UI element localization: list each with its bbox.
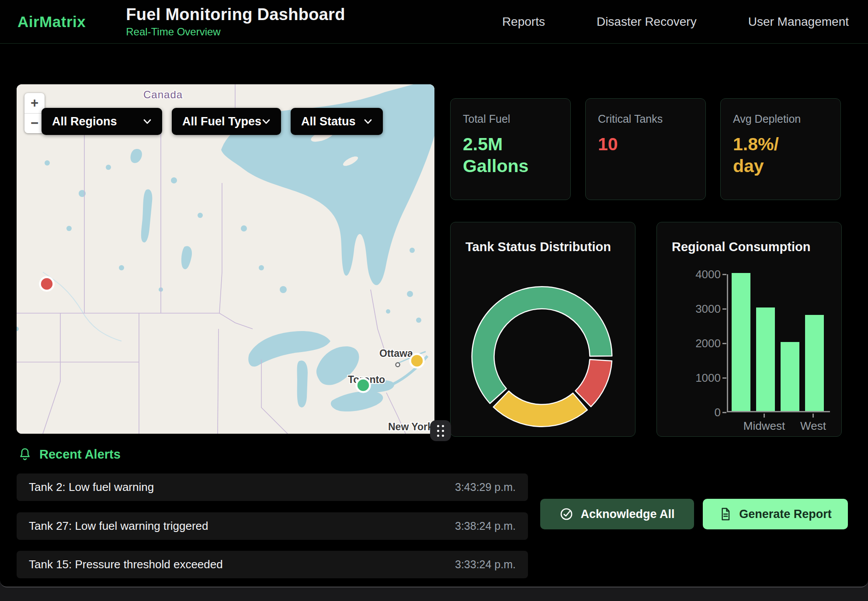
stat-value: 10 (598, 133, 693, 155)
map-label-canada: Canada (143, 89, 183, 100)
regional-consumption-card: Regional Consumption 01000200030004000Mi… (656, 222, 842, 437)
nav-item-disaster-recovery[interactable]: Disaster Recovery (597, 15, 697, 29)
nav-item-reports[interactable]: Reports (502, 15, 545, 29)
fuel-monitoring-dashboard: AirMatrix Fuel Monitoring Dashboard Real… (0, 0, 868, 587)
window-chrome-bottom (0, 588, 868, 601)
recent-alerts-label: Recent Alerts (39, 447, 121, 462)
filter-dropdown-all-regions[interactable]: All Regions (42, 108, 162, 135)
stat-label: Avg Depletion (733, 113, 828, 125)
donut-segment-warning (493, 391, 587, 427)
stat-card-critical-tanks: Critical Tanks10 (585, 98, 706, 200)
stat-card-avg-depletion: Avg Depletion1.8%/day (720, 98, 841, 200)
y-tick-label: 3000 (683, 302, 721, 316)
stat-value: 2.5MGallons (463, 133, 558, 177)
stat-card-total-fuel: Total Fuel2.5MGallons (450, 98, 571, 200)
y-tick-label: 4000 (683, 268, 721, 281)
stat-label: Critical Tanks (598, 113, 693, 125)
recent-alerts-heading: Recent Alerts (18, 447, 121, 462)
bar-region-2 (756, 307, 775, 411)
alert-timestamp: 3:43:29 p.m. (455, 481, 516, 494)
acknowledge-all-label: Acknowledge All (580, 508, 674, 521)
regional-consumption-bar-chart (727, 274, 830, 412)
y-tick-mark (722, 412, 726, 413)
check-circle-icon (559, 507, 573, 521)
bar-chart-title: Regional Consumption (672, 240, 810, 254)
tank-marker-warning[interactable] (410, 354, 424, 368)
filter-label: All Fuel Types (182, 115, 261, 128)
bar-region-4 (805, 315, 824, 411)
map-town-dot (396, 363, 400, 367)
bar-region-3 (781, 342, 799, 411)
chevron-down-icon (364, 118, 372, 124)
filter-dropdown-all-status[interactable]: All Status (291, 108, 383, 135)
map-label-ottawa: Ottawa (379, 348, 413, 359)
map-panel[interactable]: Canada Ottawa Toronto New York + − All R… (17, 84, 434, 434)
x-tick-mark (812, 414, 814, 418)
y-tick-label: 1000 (683, 371, 721, 385)
alert-text: Tank 2: Low fuel warning (29, 480, 154, 494)
alert-timestamp: 3:38:24 p.m. (455, 520, 516, 532)
bar-region-1 (732, 273, 750, 411)
tank-marker-normal[interactable] (357, 379, 370, 392)
x-tick-label-midwest: Midwest (743, 419, 785, 433)
alert-row: Tank 15: Pressure threshold exceeded3:33… (17, 551, 528, 578)
alert-text: Tank 15: Pressure threshold exceeded (29, 558, 223, 571)
y-tick-mark (722, 274, 726, 275)
y-tick-label: 2000 (683, 337, 721, 350)
main-nav: ReportsDisaster RecoveryUser Management (502, 15, 849, 29)
page-title: Fuel Monitoring Dashboard (126, 5, 345, 24)
y-tick-mark (722, 308, 726, 310)
header: AirMatrix Fuel Monitoring Dashboard Real… (0, 0, 868, 44)
map-drag-handle-icon[interactable] (430, 420, 451, 441)
generate-report-label: Generate Report (739, 508, 832, 521)
document-icon (719, 507, 732, 521)
stats-row: Total Fuel2.5MGallonsCritical Tanks10Avg… (450, 98, 841, 200)
map-label-new-york: New York (388, 421, 433, 432)
stat-label: Total Fuel (463, 113, 558, 125)
filter-label: All Regions (52, 115, 117, 128)
title-block: Fuel Monitoring Dashboard Real-Time Over… (126, 5, 345, 38)
generate-report-button[interactable]: Generate Report (703, 499, 848, 529)
nav-item-user-management[interactable]: User Management (748, 15, 849, 29)
alert-row: Tank 2: Low fuel warning3:43:29 p.m. (17, 473, 528, 501)
page-subtitle: Real-Time Overview (126, 26, 345, 38)
y-tick-label: 0 (683, 406, 721, 419)
stat-value: 1.8%/day (733, 133, 828, 177)
tank-status-distribution-card: Tank Status Distribution (450, 222, 635, 437)
brand-logo[interactable]: AirMatrix (17, 13, 86, 31)
chevron-down-icon (262, 118, 271, 124)
tank-marker-critical[interactable] (40, 277, 54, 291)
map-filters: All RegionsAll Fuel TypesAll Status (42, 108, 383, 135)
alert-text: Tank 27: Low fuel warning triggered (29, 519, 208, 533)
tank-status-donut-chart (451, 222, 635, 436)
y-tick-mark (722, 377, 726, 379)
filter-dropdown-all-fuel-types[interactable]: All Fuel Types (172, 108, 281, 135)
map-canvas[interactable]: Canada Ottawa Toronto New York (17, 84, 434, 434)
x-tick-mark (764, 414, 765, 418)
y-tick-mark (722, 343, 726, 344)
acknowledge-all-button[interactable]: Acknowledge All (540, 499, 694, 529)
x-tick-label-west: West (800, 419, 826, 433)
alert-row: Tank 27: Low fuel warning triggered3:38:… (17, 512, 528, 540)
filter-label: All Status (301, 115, 356, 128)
chevron-down-icon (143, 118, 152, 124)
bell-icon (18, 448, 31, 462)
alert-timestamp: 3:33:24 p.m. (455, 558, 516, 571)
donut-segment-critical (576, 359, 612, 407)
